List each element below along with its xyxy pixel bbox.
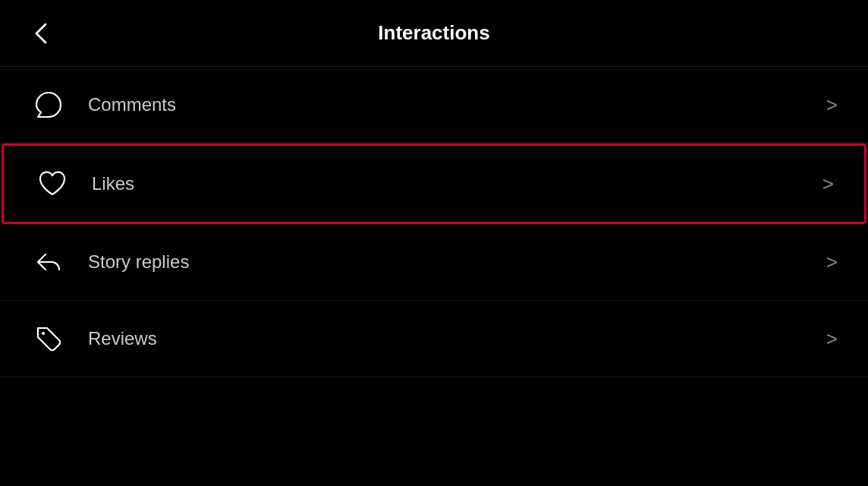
story-replies-chevron: > [826, 251, 838, 274]
menu-item-comments[interactable]: Comments > [0, 67, 868, 144]
reply-icon [30, 244, 67, 280]
header: Interactions [0, 0, 868, 67]
svg-point-0 [42, 332, 45, 335]
menu-item-likes[interactable]: Likes > [2, 144, 866, 224]
tag-icon [30, 320, 67, 357]
comments-chevron: > [826, 93, 838, 117]
story-replies-label: Story replies [88, 251, 826, 273]
menu-list: Comments > Likes > Story replies > [0, 67, 868, 486]
reviews-chevron: > [826, 327, 838, 351]
menu-item-reviews[interactable]: Reviews > [0, 301, 868, 377]
heart-icon [34, 166, 71, 202]
likes-chevron: > [822, 172, 834, 196]
back-button[interactable] [30, 21, 52, 46]
menu-item-story-replies[interactable]: Story replies > [0, 224, 868, 301]
comment-icon [30, 87, 67, 123]
screen: Interactions Comments > Likes > [0, 0, 868, 486]
page-title: Interactions [378, 21, 489, 45]
comments-label: Comments [88, 94, 826, 115]
likes-label: Likes [92, 173, 822, 194]
reviews-label: Reviews [88, 328, 826, 349]
